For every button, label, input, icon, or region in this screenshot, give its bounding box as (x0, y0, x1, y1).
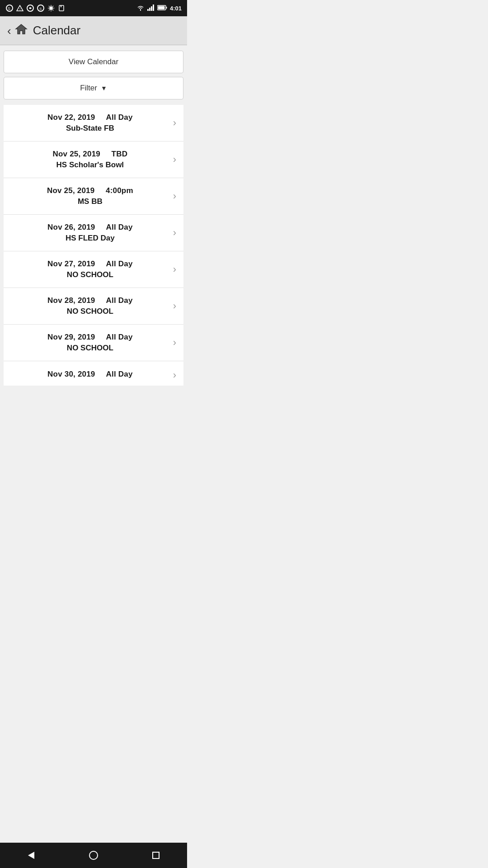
table-row-partial[interactable]: Nov 30, 2019 All Day › (4, 361, 183, 386)
svg-line-13 (53, 10, 54, 11)
event-date-partial: Nov 30, 2019 (47, 370, 95, 378)
page-title: Calendar (33, 24, 81, 38)
event-name: MS BB (11, 197, 169, 206)
filter-dropdown-icon: ▼ (101, 85, 107, 92)
svg-rect-17 (61, 5, 61, 7)
chevron-right-icon: › (173, 190, 176, 202)
event-date-time: Nov 22, 2019 All Day (11, 113, 169, 122)
event-date-time: Nov 27, 2019 All Day (11, 259, 169, 269)
event-date: Nov 27, 2019 (47, 259, 95, 268)
event-time: TBD (112, 150, 128, 158)
chevron-right-icon: › (173, 117, 176, 129)
table-row[interactable]: Nov 27, 2019 All Day NO SCHOOL › (4, 251, 183, 288)
table-row[interactable]: Nov 29, 2019 All Day NO SCHOOL › (4, 325, 183, 361)
event-name: NO SCHOOL (11, 344, 169, 353)
sd-icon (57, 4, 66, 12)
table-row[interactable]: Nov 28, 2019 All Day NO SCHOOL › (4, 288, 183, 325)
signal-icon (147, 5, 155, 12)
event-details: Nov 22, 2019 All Day Sub-State FB (11, 113, 169, 133)
chevron-right-icon: › (173, 337, 176, 349)
event-time: 4:00pm (106, 186, 133, 195)
event-name: NO SCHOOL (11, 307, 169, 316)
event-time: All Day (106, 296, 133, 305)
event-date: Nov 25, 2019 (53, 150, 100, 158)
event-list: Nov 22, 2019 All Day Sub-State FB › Nov … (4, 105, 183, 361)
event-date: Nov 22, 2019 (47, 113, 95, 122)
svg-rect-20 (151, 6, 152, 11)
event-time-partial: All Day (106, 370, 133, 378)
event-date: Nov 28, 2019 (47, 296, 95, 305)
home-button[interactable] (15, 23, 28, 38)
icon-1: S (5, 4, 14, 12)
event-details: Nov 27, 2019 All Day NO SCHOOL (11, 259, 169, 279)
svg-rect-23 (166, 7, 167, 9)
event-date-time: Nov 25, 2019 TBD (11, 150, 169, 159)
table-row[interactable]: Nov 25, 2019 TBD HS Scholar's Bowl › (4, 142, 183, 178)
svg-rect-19 (149, 8, 150, 11)
icon-4: S (37, 4, 45, 12)
status-bar: S ! S (0, 0, 187, 16)
chevron-right-icon: › (173, 264, 176, 275)
filter-label: Filter (80, 84, 97, 93)
app-bar: ‹ Calendar (0, 16, 187, 45)
event-details: Nov 29, 2019 All Day NO SCHOOL (11, 333, 169, 353)
time-display: 4:01 (170, 5, 182, 12)
chevron-right-icon: › (173, 300, 176, 312)
event-name: Sub-State FB (11, 124, 169, 133)
view-calendar-button[interactable]: View Calendar (4, 51, 183, 73)
table-row[interactable]: Nov 25, 2019 4:00pm MS BB › (4, 178, 183, 215)
event-name: NO SCHOOL (11, 270, 169, 279)
chevron-right-icon: › (173, 227, 176, 239)
chevron-right-icon: › (173, 154, 176, 165)
svg-line-14 (53, 6, 54, 7)
sun-icon (47, 4, 55, 12)
svg-rect-24 (158, 6, 164, 9)
event-date: Nov 29, 2019 (47, 333, 95, 341)
event-details: Nov 28, 2019 All Day NO SCHOOL (11, 296, 169, 316)
table-row[interactable]: Nov 22, 2019 All Day Sub-State FB › (4, 105, 183, 142)
svg-text:S: S (39, 7, 42, 11)
event-date-time-partial: Nov 30, 2019 All Day (11, 370, 169, 379)
event-details: Nov 25, 2019 TBD HS Scholar's Bowl (11, 150, 169, 170)
event-date-time: Nov 29, 2019 All Day (11, 333, 169, 342)
event-name: HS Scholar's Bowl (11, 160, 169, 170)
event-details-partial: Nov 30, 2019 All Day (11, 370, 169, 381)
content-area: View Calendar Filter ▼ Nov 22, 2019 All … (0, 45, 187, 386)
svg-line-15 (49, 10, 50, 11)
warning-icon: ! (16, 4, 24, 12)
icon-3 (26, 4, 34, 12)
event-time: All Day (106, 113, 133, 122)
event-date: Nov 26, 2019 (47, 223, 95, 231)
wifi-icon (136, 5, 145, 12)
status-icons-left: S ! S (5, 4, 66, 12)
event-date-time: Nov 25, 2019 4:00pm (11, 186, 169, 195)
filter-button[interactable]: Filter ▼ (4, 77, 183, 99)
svg-rect-21 (153, 5, 154, 11)
svg-text:!: ! (19, 7, 20, 11)
event-time: All Day (106, 223, 133, 231)
table-row[interactable]: Nov 26, 2019 All Day HS FLED Day › (4, 215, 183, 251)
svg-line-12 (49, 6, 50, 7)
event-details: Nov 26, 2019 All Day HS FLED Day (11, 223, 169, 243)
event-date-time: Nov 26, 2019 All Day (11, 223, 169, 232)
event-date: Nov 25, 2019 (47, 186, 94, 195)
svg-rect-18 (147, 9, 149, 11)
event-time: All Day (106, 259, 133, 268)
event-name: HS FLED Day (11, 234, 169, 243)
event-date-time: Nov 28, 2019 All Day (11, 296, 169, 305)
back-button[interactable]: ‹ (7, 25, 11, 37)
svg-point-7 (49, 6, 53, 10)
status-right: 4:01 (136, 5, 182, 12)
svg-text:S: S (8, 6, 10, 11)
event-time: All Day (106, 333, 133, 341)
battery-icon (157, 5, 167, 12)
chevron-right-icon: › (173, 369, 176, 381)
event-details: Nov 25, 2019 4:00pm MS BB (11, 186, 169, 206)
